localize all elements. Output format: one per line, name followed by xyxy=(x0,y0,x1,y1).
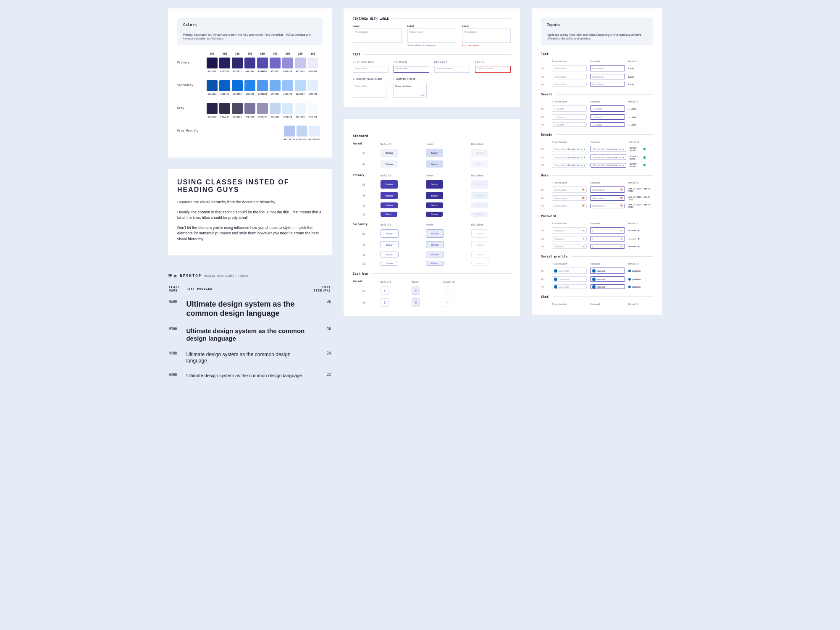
icon-button-default[interactable]: ⇪ xyxy=(381,298,389,307)
social-input-focused[interactable]: account xyxy=(590,284,625,289)
textarea-input[interactable]: Placeholder xyxy=(407,29,456,43)
color-swatch[interactable]: #1C174F xyxy=(207,58,218,73)
domain-input[interactable]: Placeholderdata.domain.io● xyxy=(552,163,587,168)
text-input-default[interactable]: Some text here xyxy=(434,66,470,73)
color-swatch[interactable]: #96C4F8 xyxy=(282,80,293,95)
button-secondary[interactable]: Button xyxy=(426,252,444,257)
color-swatch[interactable]: #7368C7 xyxy=(270,58,281,73)
text-input-focused[interactable]: Placeholder xyxy=(590,74,625,79)
color-swatch[interactable]: #BADAFC xyxy=(295,80,306,95)
button-normal[interactable]: Button xyxy=(426,149,443,157)
icon-button-hover[interactable]: ⇪ xyxy=(412,286,420,295)
password-input[interactable]: Password👁 xyxy=(552,236,587,242)
icon-button-default[interactable]: ⇪ xyxy=(381,286,389,295)
color-swatch[interactable]: #F7FAFE xyxy=(307,103,318,118)
color-swatch[interactable]: #4D4864 xyxy=(232,103,243,118)
button-primary[interactable]: Button xyxy=(426,212,443,217)
password-input-focused[interactable]: |👁 xyxy=(590,244,625,249)
text-input-error[interactable]: Same text here xyxy=(475,66,511,73)
textarea-input[interactable]: Placeholder xyxy=(353,29,402,43)
color-swatch[interactable]: #0860C4 xyxy=(219,80,230,95)
search-input[interactable]: ⌕Search xyxy=(552,105,587,112)
social-input-focused[interactable]: account xyxy=(590,276,625,282)
eye-icon[interactable]: 👁 xyxy=(620,245,623,248)
text-input-focused[interactable]: Placeholder xyxy=(590,82,625,87)
eye-icon[interactable]: 👁 xyxy=(620,238,623,240)
domain-input-focused[interactable]: Placeholderdata.domain.io● xyxy=(591,155,626,160)
button-primary[interactable]: Button xyxy=(381,180,398,189)
text-input[interactable]: Placeholder xyxy=(552,74,587,79)
color-swatch[interactable]: #C7C4EE xyxy=(295,58,306,73)
eye-icon[interactable]: 👁 xyxy=(620,229,623,232)
button-secondary[interactable]: Button xyxy=(381,261,398,266)
domain-input[interactable]: Placeholderdata.domain.io● xyxy=(552,146,587,152)
date-input-focused[interactable]: Select dates📅 xyxy=(590,204,625,208)
color-swatch[interactable]: #2685ED xyxy=(244,80,255,95)
button-secondary[interactable]: Button xyxy=(426,229,444,238)
color-swatch[interactable]: #938CD9 xyxy=(282,58,293,73)
domain-input-focused[interactable]: Placeholderdata.domain.io● xyxy=(591,163,626,168)
color-swatch[interactable]: #0954AA xyxy=(207,80,218,95)
password-input-focused[interactable]: |👁 xyxy=(590,227,625,234)
color-swatch[interactable]: #E1EFFE xyxy=(307,80,318,95)
social-input-focused[interactable]: account xyxy=(590,268,625,274)
domain-input[interactable]: Placeholderdata.domain.io● xyxy=(552,155,587,160)
color-swatch[interactable]: #D7EAFB xyxy=(282,103,293,118)
password-input[interactable]: Password👁 xyxy=(552,244,587,249)
color-swatch[interactable]: #EEF4FD xyxy=(295,103,306,118)
button-primary[interactable]: Button xyxy=(381,212,397,217)
search-input-focused[interactable]: ⌕Search xyxy=(590,122,625,127)
date-input[interactable]: Select dates📅 xyxy=(552,195,587,201)
color-swatch[interactable]: #251F60 xyxy=(219,58,230,73)
color-swatch[interactable]: #C4D5EF xyxy=(270,103,281,118)
textarea-input[interactable]: Placeholder xyxy=(462,29,511,43)
eye-icon[interactable]: 👁 xyxy=(638,229,640,232)
button-secondary[interactable]: Button xyxy=(426,241,444,248)
date-input[interactable]: Select dates📅 xyxy=(552,186,587,193)
color-swatch[interactable]: #4F99EE xyxy=(257,80,268,95)
text-input-focused[interactable]: Placeholder xyxy=(590,65,625,71)
text-input[interactable]: Placeholder xyxy=(552,65,587,71)
color-swatch[interactable]: #403894 xyxy=(244,58,255,73)
counter-placeholder-box[interactable]: Placeholder xyxy=(353,83,386,98)
button-secondary[interactable]: Button xyxy=(381,241,399,248)
search-input[interactable]: ⌕Search xyxy=(552,122,587,127)
eye-icon[interactable]: 👁 xyxy=(638,245,640,248)
social-input[interactable]: Username xyxy=(552,276,587,282)
button-secondary[interactable]: Button xyxy=(381,252,399,257)
date-input-focused[interactable]: Select dates📅 xyxy=(590,195,625,201)
password-input[interactable]: Password👁 xyxy=(552,227,587,234)
date-input-focused[interactable]: Select dates📅 xyxy=(590,186,625,193)
color-swatch[interactable]: #0D6FDE xyxy=(232,80,243,95)
color-swatch[interactable]: #7B729F xyxy=(244,103,255,118)
button-primary[interactable]: Button xyxy=(426,202,443,208)
date-input[interactable]: Select dates📅 xyxy=(552,204,587,208)
search-input-focused[interactable]: ⌕Search xyxy=(590,105,625,112)
social-input[interactable]: Username xyxy=(552,268,587,274)
color-swatch[interactable]: #2A224B xyxy=(207,103,218,118)
color-swatch[interactable]: #71AEF4 xyxy=(270,80,281,95)
icon-button-hover[interactable]: ⇪ xyxy=(412,298,420,307)
domain-input-focused[interactable]: Placeholderdata.domain.io● xyxy=(591,146,626,152)
search-input-focused[interactable]: ⌕Search xyxy=(590,114,625,120)
button-primary[interactable]: Button xyxy=(426,192,443,199)
button-primary[interactable]: Button xyxy=(426,180,443,189)
color-swatch[interactable]: #332E47 xyxy=(219,103,230,118)
social-input[interactable]: Username xyxy=(552,284,587,289)
search-input[interactable]: ⌕Search xyxy=(552,114,587,120)
button-normal[interactable]: Button xyxy=(381,149,398,157)
password-input-focused[interactable]: |👁 xyxy=(590,236,625,242)
color-swatch[interactable]: #9891B7 xyxy=(257,103,268,118)
color-swatch[interactable]: #2E2871 xyxy=(232,58,243,73)
button-normal[interactable]: Button xyxy=(426,160,443,168)
eye-icon[interactable]: 👁 xyxy=(582,245,585,248)
button-secondary[interactable]: Button xyxy=(426,261,444,266)
text-input-placeholder[interactable]: Placeholder xyxy=(353,66,388,73)
button-primary[interactable]: Button xyxy=(381,192,398,199)
button-normal[interactable]: Button xyxy=(381,160,398,168)
color-swatch[interactable]: #ECEBFA xyxy=(307,58,318,73)
eye-icon[interactable]: 👁 xyxy=(638,238,640,240)
color-swatch[interactable]: #554DB2 xyxy=(257,58,268,73)
text-input-focused[interactable]: Placeholder xyxy=(394,66,429,73)
text-input[interactable]: Placeholder xyxy=(552,82,587,87)
